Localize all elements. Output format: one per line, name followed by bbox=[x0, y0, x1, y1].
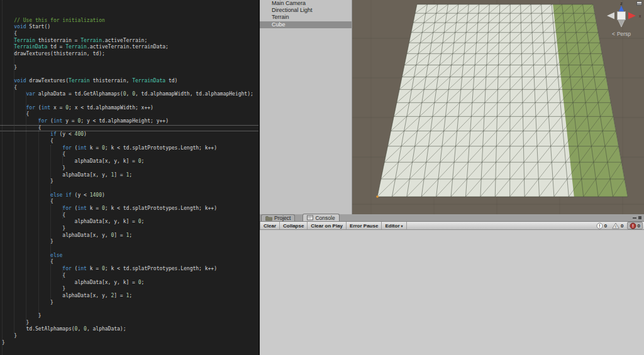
code-line: } bbox=[0, 239, 258, 246]
code-line: TerrainData td = Terrain.activeTerrain.t… bbox=[0, 44, 258, 51]
code-line: } bbox=[0, 178, 258, 185]
error-counter[interactable]: !0 bbox=[627, 222, 643, 229]
code-line: alphaData[x, y, 1] = 1; bbox=[0, 172, 258, 179]
console-counters: !0!0!0 bbox=[594, 222, 644, 229]
code-line bbox=[0, 71, 258, 78]
button-label: Clear on Play bbox=[311, 223, 343, 229]
code-line: for (int k = 0; k < td.splatPrototypes.L… bbox=[0, 266, 258, 273]
code-line: alphaData[x, y, k] = 0; bbox=[0, 280, 258, 287]
info-counter[interactable]: !0 bbox=[594, 222, 609, 229]
code-line: } bbox=[0, 340, 258, 347]
code-line: } bbox=[0, 313, 258, 320]
code-line: { bbox=[0, 199, 258, 205]
info-icon: ! bbox=[596, 222, 603, 229]
gizmo-center-cube-icon[interactable] bbox=[618, 12, 626, 20]
gizmo-x-label: x bbox=[639, 14, 641, 18]
code-line: else if (y < 1400) bbox=[0, 192, 258, 199]
gizmo-x-arrow-icon[interactable] bbox=[628, 13, 636, 19]
code-line bbox=[0, 58, 258, 65]
code-line: { bbox=[0, 31, 258, 38]
warning-count: 0 bbox=[621, 223, 623, 229]
code-line: void Start() bbox=[0, 24, 258, 31]
console-button-error-pause[interactable]: Error Pause bbox=[347, 222, 382, 229]
code-line: { bbox=[0, 85, 258, 92]
info-count: 0 bbox=[604, 223, 607, 229]
scene-gizmo[interactable]: z x <Persp bbox=[595, 0, 644, 39]
gizmo-down-arrow-icon[interactable] bbox=[618, 19, 625, 27]
hierarchy-item-terrain[interactable]: Terrain bbox=[260, 14, 352, 21]
console-button-clear[interactable]: Clear bbox=[260, 222, 280, 229]
gizmo-z-label: z bbox=[620, 1, 623, 6]
console-panel: ProjectConsole ClearCollapseClear on Pla… bbox=[258, 214, 644, 355]
dropdown-arrow-icon: ▾ bbox=[401, 224, 403, 228]
code-line bbox=[0, 98, 258, 105]
scene-view[interactable]: z x <Persp bbox=[352, 0, 644, 214]
code-line: } bbox=[0, 286, 258, 293]
gizmo-persp-label[interactable]: <Persp bbox=[612, 31, 631, 37]
console-content[interactable] bbox=[260, 230, 644, 355]
code-editor[interactable]: // Use this for initialization void Star… bbox=[0, 0, 258, 355]
code-line: td.SetAlphamaps(0, 0, alphaData); bbox=[0, 326, 258, 333]
warning-icon: ! bbox=[612, 222, 619, 229]
code-line: alphaData[x, y, 2] = 1; bbox=[0, 293, 258, 300]
code-line: alphaData[x, y, 0] = 1; bbox=[0, 232, 258, 239]
code-line: alphaData[x, y, k] = 0; bbox=[0, 158, 258, 165]
code-line: { bbox=[0, 111, 258, 118]
code-line: for (int x = 0; x < td.alphamapWidth; x+… bbox=[0, 105, 258, 112]
code-line: var alphaData = td.GetAlphamaps(0, 0, td… bbox=[0, 91, 258, 98]
warning-counter[interactable]: !0 bbox=[610, 222, 625, 229]
code-line: } bbox=[0, 320, 258, 327]
unity-editor-root: // Use this for initialization void Star… bbox=[0, 0, 644, 355]
panel-menu-dash-icon bbox=[633, 217, 636, 219]
code-line: } bbox=[0, 65, 258, 72]
code-line bbox=[0, 185, 258, 192]
code-line: } bbox=[0, 300, 258, 307]
hierarchy-panel: Main CameraDirectional LightTerrainCube bbox=[258, 0, 352, 214]
button-label: Editor bbox=[385, 223, 399, 229]
button-label: Clear bbox=[264, 223, 276, 229]
folder-icon bbox=[265, 216, 272, 221]
code-line bbox=[0, 246, 258, 253]
tab-label: Project bbox=[274, 215, 291, 221]
tab-label: Console bbox=[315, 215, 335, 221]
console-tabbar: ProjectConsole bbox=[260, 214, 644, 222]
terrain-origin-dot bbox=[376, 195, 379, 198]
svg-text:!: ! bbox=[615, 225, 616, 229]
code-line: for (int k = 0; k < td.splatPrototypes.L… bbox=[0, 145, 258, 152]
code-line: else bbox=[0, 253, 258, 259]
error-icon: ! bbox=[630, 222, 636, 229]
hierarchy-item-main-camera[interactable]: Main Camera bbox=[260, 0, 352, 7]
hierarchy-item-cube[interactable]: Cube bbox=[260, 21, 352, 28]
console-icon bbox=[307, 215, 313, 221]
console-button-clear-on-play[interactable]: Clear on Play bbox=[308, 222, 347, 229]
console-toolbar: ClearCollapseClear on PlayError PauseEdi… bbox=[260, 222, 644, 230]
button-label: Collapse bbox=[283, 223, 304, 229]
code-line bbox=[0, 11, 258, 18]
code-line: Terrain thisterrain = Terrain.activeTerr… bbox=[0, 38, 258, 45]
code-line: { bbox=[0, 151, 258, 158]
code-line: void drawTextures(Terrain thisterrain, T… bbox=[0, 78, 258, 85]
code-line: if (y < 400) bbox=[0, 131, 258, 138]
code-line: } bbox=[0, 165, 258, 172]
code-line: } bbox=[0, 226, 258, 232]
console-button-collapse[interactable]: Collapse bbox=[280, 222, 308, 229]
error-count: 0 bbox=[638, 223, 640, 229]
code-line bbox=[0, 306, 258, 313]
console-button-editor[interactable]: Editor▾ bbox=[382, 222, 406, 229]
gizmo-left-arrow-icon[interactable] bbox=[607, 13, 614, 19]
panel-menu-square-icon bbox=[638, 216, 641, 219]
tab-console[interactable]: Console bbox=[303, 214, 339, 221]
tab-project[interactable]: Project bbox=[261, 214, 295, 221]
panel-menu-icon[interactable] bbox=[633, 216, 641, 219]
code-line: } bbox=[0, 333, 258, 340]
svg-text:!: ! bbox=[632, 224, 633, 228]
code-line: for (int y = 0; y < td.alphamapHeight; y… bbox=[0, 118, 258, 125]
hierarchy-item-directional-light[interactable]: Directional Light bbox=[260, 7, 352, 14]
code-line: alphaData[x, y, k] = 0; bbox=[0, 219, 258, 226]
code-line: { bbox=[0, 273, 258, 280]
button-label: Error Pause bbox=[350, 223, 378, 229]
window-icon[interactable] bbox=[636, 1, 642, 6]
code-line: { bbox=[0, 125, 258, 132]
code-line: { bbox=[0, 138, 258, 145]
code-line: { bbox=[0, 259, 258, 266]
